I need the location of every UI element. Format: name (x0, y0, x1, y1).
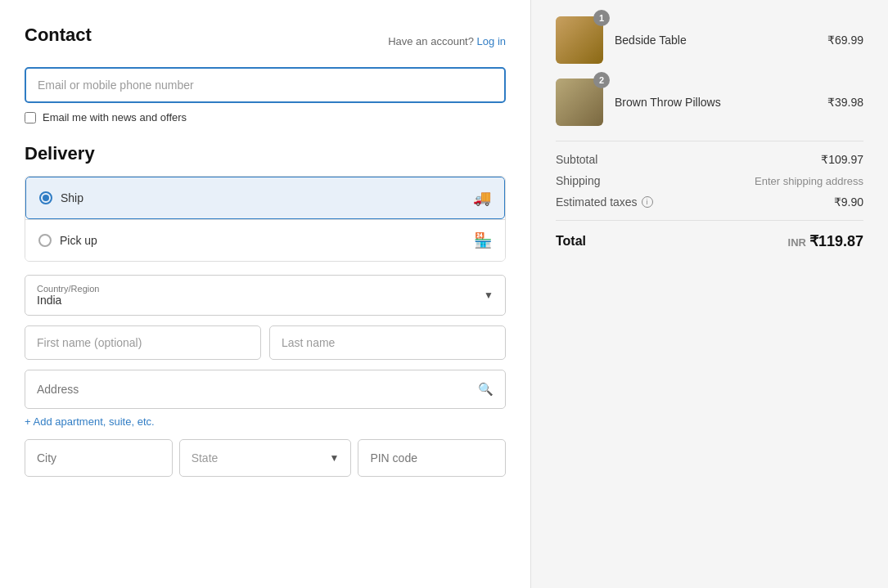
last-name-field (269, 325, 506, 360)
contact-title: Contact (25, 25, 92, 46)
email-input[interactable] (38, 79, 493, 92)
left-panel: Contact Have an account? Log in Email me… (0, 0, 530, 588)
product-image-wrap-1: 1 (556, 16, 603, 64)
country-value: India (37, 294, 99, 307)
city-field (25, 439, 173, 477)
product-name-2: Brown Throw Pillows (615, 96, 721, 109)
state-field[interactable]: State ▼ (179, 439, 352, 477)
delivery-title: Delivery (25, 143, 506, 164)
pickup-radio[interactable] (38, 234, 52, 247)
taxes-info-icon[interactable]: i (642, 196, 653, 208)
shipping-row: Shipping Enter shipping address (556, 174, 863, 187)
total-row: Total INR₹119.87 (556, 232, 863, 250)
name-row (25, 325, 506, 360)
pin-field (358, 439, 506, 477)
ship-icon: 🚚 (473, 189, 491, 207)
summary-divider-2 (556, 220, 863, 221)
pickup-icon: 🏪 (474, 231, 492, 249)
city-input[interactable] (37, 451, 160, 465)
total-value: INR₹119.87 (788, 232, 863, 250)
newsletter-checkbox[interactable] (25, 112, 36, 123)
product-image-wrap-2: 2 (556, 79, 603, 126)
address-field: 🔍 (25, 370, 506, 409)
subtotal-row: Subtotal ₹109.97 (556, 153, 863, 166)
total-label: Total (556, 234, 586, 249)
product-badge-2: 2 (593, 72, 610, 88)
total-currency: INR (788, 236, 806, 249)
pin-input[interactable] (370, 451, 494, 465)
last-name-input[interactable] (282, 336, 494, 349)
taxes-value: ₹9.90 (834, 195, 863, 209)
taxes-label: Estimated taxes i (556, 195, 653, 209)
address-input[interactable] (37, 383, 478, 396)
product-price-1: ₹69.99 (827, 34, 863, 47)
state-chevron-icon: ▼ (329, 452, 339, 464)
login-link[interactable]: Log in (477, 35, 506, 47)
address-search-icon: 🔍 (478, 382, 494, 397)
shipping-value: Enter shipping address (755, 175, 863, 187)
delivery-options: Ship 🚚 Pick up 🏪 (25, 176, 506, 262)
order-item-1: 1 Bedside Table ₹69.99 (556, 16, 863, 64)
product-name-1: Bedside Table (615, 34, 687, 47)
ship-option[interactable]: Ship 🚚 (25, 177, 505, 219)
pickup-label: Pick up (60, 234, 97, 247)
newsletter-row: Email me with news and offers (25, 111, 506, 123)
state-select[interactable]: State (192, 451, 330, 465)
product-badge-1: 1 (593, 10, 610, 26)
contact-header: Contact Have an account? Log in (25, 25, 506, 57)
summary-divider (556, 141, 863, 141)
country-label: Country/Region (37, 284, 99, 294)
ship-label: Ship (61, 191, 83, 204)
email-input-wrapper (25, 67, 506, 103)
taxes-row: Estimated taxes i ₹9.90 (556, 195, 863, 209)
subtotal-label: Subtotal (556, 153, 597, 166)
have-account-text: Have an account? Log in (388, 35, 506, 47)
product-price-2: ₹39.98 (827, 96, 863, 109)
subtotal-value: ₹109.97 (821, 153, 863, 166)
country-field[interactable]: Country/Region India ▼ (25, 275, 506, 316)
first-name-field (25, 325, 261, 360)
country-chevron-icon: ▼ (484, 290, 494, 301)
city-state-row: State ▼ (25, 439, 506, 477)
newsletter-label[interactable]: Email me with news and offers (43, 111, 187, 123)
shipping-label: Shipping (556, 174, 601, 187)
ship-radio[interactable] (39, 191, 52, 204)
first-name-input[interactable] (37, 336, 249, 349)
right-panel: 1 Bedside Table ₹69.99 2 Brown Throw Pil… (530, 0, 888, 588)
pickup-option[interactable]: Pick up 🏪 (25, 219, 505, 261)
order-item-2: 2 Brown Throw Pillows ₹39.98 (556, 79, 863, 126)
add-apartment-link[interactable]: + Add apartment, suite, etc. (25, 415, 506, 428)
